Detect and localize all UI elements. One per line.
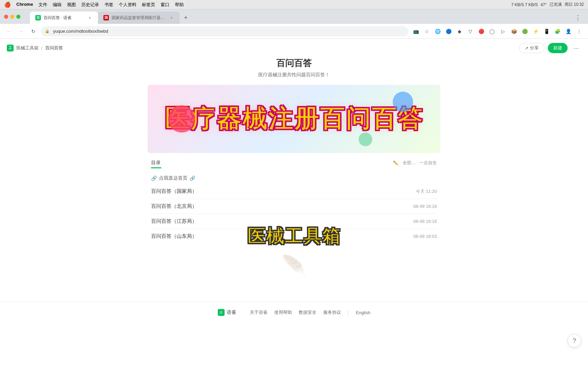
maximize-window-button[interactable]: [16, 15, 20, 19]
share-label: 分享: [530, 45, 539, 51]
toc-section: 目录 ✏️ 全部... 一次自生 🔗 点我直达首页 🔗 百问百答（国家: [148, 160, 440, 244]
extension-icon-1[interactable]: 🔵: [444, 27, 453, 36]
page-title: 百问百答: [148, 57, 440, 69]
apple-menu[interactable]: 🍎: [4, 1, 11, 8]
back-button[interactable]: ←: [4, 27, 14, 36]
menu-app[interactable]: Chrome: [16, 2, 33, 8]
extension-icon-9[interactable]: ⚡: [531, 27, 540, 36]
main-content: 百问百答 医疗器械注册共性问题百问百答！ 医疗器械注册百问百答 目录 ✏️ 全部…: [141, 57, 447, 302]
tab-active-title: 百问百答 · 语雀: [44, 15, 84, 21]
toc-item-1[interactable]: 百问百答（北京局） 08-09 18:16: [151, 199, 437, 214]
new-button[interactable]: 新建: [548, 43, 568, 53]
toc-controls: ✏️ 全部... 一次自生: [393, 160, 437, 166]
toc-item-time-0: 今天 11:20: [416, 188, 437, 195]
network-speed: 7 KB/S 7 KB/S: [511, 2, 538, 7]
breadcrumb-area: 工 医械工具箱 / 百问百答 ↗ 分享 新建 ⋯: [0, 39, 588, 57]
menu-profile[interactable]: 个人资料: [119, 2, 136, 8]
toc-header: 目录 ✏️ 全部... 一次自生: [151, 160, 437, 166]
watermark-area: 🪶: [148, 244, 440, 288]
extension-icon-6[interactable]: ▷: [498, 27, 508, 36]
toc-item-time-3: 08-09 18:03: [413, 234, 437, 239]
puzzle-icon[interactable]: 🧩: [553, 27, 562, 36]
page-subtitle: 医疗器械注册共性问题百问百答！: [148, 72, 440, 78]
tab-active-favicon: 百: [35, 15, 41, 20]
link-icon-right: 🔗: [190, 175, 195, 181]
tab-bar-more-icon[interactable]: ⋮: [573, 13, 583, 22]
toc-item-title-1: 百问百答（北京局）: [151, 203, 413, 210]
footer-logo-text: 语雀: [227, 309, 236, 316]
toc-item-title-3: 百问百答（山东局）: [151, 233, 413, 240]
breadcrumb-parent[interactable]: 医械工具箱: [16, 45, 38, 51]
menubar-right: 7 KB/S 7 KB/S 47° 已充满 周日 10:32: [511, 2, 584, 7]
breadcrumb: 工 医械工具箱 / 百问百答: [7, 45, 63, 51]
footer-lang[interactable]: English: [356, 310, 371, 315]
tab-active-close[interactable]: ×: [87, 15, 93, 20]
extension-icon-8[interactable]: 🟢: [520, 27, 529, 36]
footer-link-0[interactable]: 关于语雀: [250, 309, 267, 316]
tab-inactive-close[interactable]: ×: [169, 15, 174, 20]
address-input[interactable]: 🔒 yuque.com/mdtoolbox/bwbd: [41, 26, 408, 36]
translate-icon[interactable]: 🌐: [433, 27, 442, 36]
circle-decoration-blue: [393, 92, 413, 112]
reload-button[interactable]: ↻: [29, 27, 38, 36]
cast-icon[interactable]: 📺: [411, 27, 421, 36]
toc-item-3[interactable]: 百问百答（山东局） 08-09 18:03 医械工具箱: [151, 229, 437, 244]
minimize-window-button[interactable]: [10, 15, 14, 19]
battery: 已充满: [550, 2, 562, 7]
footer-logo-icon: 语: [218, 309, 225, 316]
extension-icon-5[interactable]: ◯: [487, 27, 497, 36]
circle-decoration-green: [359, 133, 372, 146]
share-icon: ↗: [525, 46, 528, 51]
toolbar-icons: 📺 ☆ 🌐 🔵 ◆ ▽ 🔴 ◯ ▷ 📦 🟢 ⚡ 📱 🧩 👤 ⋮: [411, 27, 584, 36]
toc-item-title-2: 百问百答（江苏局）: [151, 218, 413, 225]
toc-line: [151, 167, 161, 168]
tab-active[interactable]: 百 百问百答 · 语雀 ×: [30, 12, 98, 24]
menu-history[interactable]: 历史记录: [81, 2, 99, 8]
toc-item-0[interactable]: 百问百答（国家局） 今天 11:20: [151, 184, 437, 199]
share-button[interactable]: ↗ 分享: [519, 43, 544, 53]
new-label: 新建: [553, 45, 562, 51]
extension-icon-2[interactable]: ◆: [455, 27, 464, 36]
breadcrumb-right: ↗ 分享 新建 ⋯: [519, 43, 581, 53]
temperature: 47°: [540, 2, 546, 7]
menu-view[interactable]: 视图: [67, 2, 76, 8]
footer-link-3[interactable]: 服务协议: [323, 309, 341, 316]
menu-help[interactable]: 帮助: [175, 2, 184, 8]
toc-item-2[interactable]: 百问百答（江苏局） 08-09 18:16: [151, 214, 437, 229]
help-button[interactable]: ?: [568, 334, 581, 348]
chrome-menu-icon[interactable]: ⋮: [574, 27, 584, 36]
window-controls: [4, 15, 20, 19]
extension-icon-3[interactable]: ▽: [466, 27, 475, 36]
bookmark-icon[interactable]: ☆: [422, 27, 431, 36]
toc-controls-right[interactable]: 一次自生: [419, 160, 437, 166]
close-window-button[interactable]: [4, 15, 8, 19]
menu-window[interactable]: 窗口: [161, 2, 169, 8]
menu-tabs[interactable]: 标签页: [142, 2, 155, 8]
breadcrumb-current: 百问百答: [45, 45, 63, 51]
mac-menubar: 🍎 Chrome 文件 编辑 视图 历史记录 书签 个人资料 标签页 窗口 帮助…: [0, 0, 588, 10]
tab-inactive[interactable]: 国 国家药品监督管理局医疗器械技... ×: [98, 12, 180, 24]
link-item[interactable]: 🔗 点我直达首页 🔗: [151, 172, 437, 184]
link-item-text: 点我直达首页: [159, 175, 187, 181]
footer-link-2[interactable]: 数据安全: [299, 309, 316, 316]
toc-label: 目录: [151, 160, 161, 166]
feather-watermark: 🪶: [281, 254, 307, 278]
link-icon-left: 🔗: [151, 175, 157, 181]
footer-divider-2: |: [348, 309, 349, 316]
circle-decoration-red: [168, 105, 195, 133]
toc-controls-left[interactable]: 全部...: [403, 160, 415, 166]
extension-icon-4[interactable]: 🔴: [476, 27, 486, 36]
more-button[interactable]: ⋯: [571, 43, 581, 53]
menu-file[interactable]: 文件: [38, 2, 47, 8]
new-tab-button[interactable]: +: [181, 13, 191, 22]
menu-bookmarks[interactable]: 书签: [104, 2, 113, 8]
profile-icon[interactable]: 👤: [564, 27, 573, 36]
forward-button[interactable]: →: [16, 27, 26, 36]
tab-inactive-title: 国家药品监督管理局医疗器械技...: [112, 15, 166, 21]
toc-item-title-0: 百问百答（国家局）: [151, 188, 416, 195]
menu-items: Chrome 文件 编辑 视图 历史记录 书签 个人资料 标签页 窗口 帮助: [16, 2, 184, 8]
extension-icon-7[interactable]: 📦: [509, 27, 519, 36]
extension-icon-10[interactable]: 📱: [542, 27, 551, 36]
menu-edit[interactable]: 编辑: [53, 2, 62, 8]
footer-link-1[interactable]: 使用帮助: [274, 309, 292, 316]
